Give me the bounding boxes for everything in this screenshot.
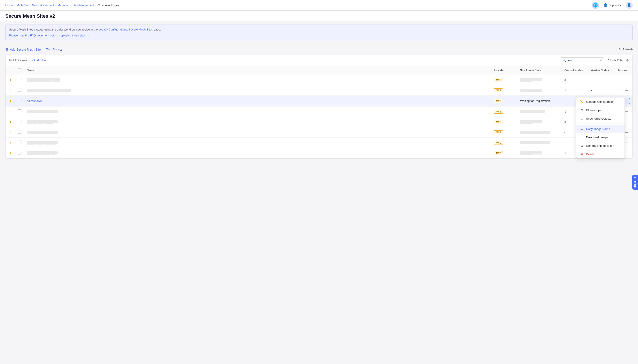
- copy-icon: ⊙: [580, 108, 584, 112]
- table-row: ████ ████ ████ █AWSWaiting for Registrat…: [6, 138, 632, 148]
- breadcrumb: Home › Multi-Cloud Network Connect › Man…: [5, 4, 119, 7]
- support-chevron-icon: ▾: [620, 4, 621, 7]
- support-button[interactable]: 👤 Support ▾: [603, 3, 621, 7]
- plus-icon: ⊕: [5, 47, 8, 52]
- table-header: Name Provider Site Admin State Control N…: [6, 66, 632, 75]
- table-row: █████ ███ ████AWS██████31···: [6, 117, 632, 127]
- control-nodes-cell: 3: [562, 75, 588, 85]
- row-checkbox[interactable]: [18, 99, 22, 102]
- breadcrumb-manage[interactable]: Manage: [58, 4, 68, 7]
- expand-icon[interactable]: [8, 140, 12, 145]
- user-avatar[interactable]: 👤: [626, 2, 633, 9]
- menu-item-label: Manage Configuration: [586, 100, 614, 104]
- pencil-icon: ✏️: [580, 100, 584, 104]
- state-cell: ██████: [520, 78, 542, 81]
- menu-item-label: Delete: [586, 152, 594, 156]
- expand-icon[interactable]: [8, 99, 12, 103]
- name-cell: ███ ████ ████ ██ ███████: [27, 88, 71, 92]
- hide-filter-button[interactable]: ⌃ Hide Filter: [607, 58, 624, 62]
- context-menu-item-clone-object[interactable]: ⊙ Clone Object: [576, 106, 624, 114]
- add-filter-button[interactable]: ⊍ Add Filter: [31, 58, 46, 62]
- add-secure-mesh-site-button[interactable]: ⊕ Add Secure Mesh Site: [5, 47, 41, 52]
- col-header-actions: Actions: [615, 66, 632, 75]
- row-checkbox[interactable]: [18, 151, 22, 154]
- expand-icon[interactable]: [8, 151, 12, 155]
- tech-docs-ext-icon: ↗: [60, 48, 62, 51]
- col-header-check: [15, 66, 24, 75]
- breadcrumb-site-management[interactable]: Site Management: [72, 4, 94, 7]
- expand-icon[interactable]: [8, 88, 12, 92]
- provider-badge: AWS: [494, 130, 503, 134]
- expand-icon[interactable]: [8, 78, 12, 82]
- info-banner: Secure Mesh Sites created using the olde…: [5, 24, 633, 41]
- state-cell: Waiting for Registration: [520, 130, 550, 134]
- page-title: Secure Mesh Sites v2: [5, 13, 633, 21]
- provider-badge: AWS: [494, 78, 503, 82]
- data-table: Name Provider Site Admin State Control N…: [6, 66, 632, 158]
- trash-icon: 🗑: [580, 152, 584, 156]
- state-cell: Waiting for Registration: [520, 141, 550, 144]
- breadcrumb-current: Customer Edges: [98, 4, 119, 7]
- breadcrumb-multicloud[interactable]: Multi-Cloud Network Connect: [16, 4, 54, 7]
- worker-nodes-cell: -: [588, 75, 615, 85]
- settings-icon[interactable]: ⚙: [626, 58, 629, 62]
- expand-icon[interactable]: [8, 130, 12, 134]
- table-row: ██████ ████ ██AWS████████████1-···: [6, 106, 632, 117]
- col-header-worker: Worker Nodes: [588, 66, 615, 75]
- context-menu-item-download-image[interactable]: ⬇ Download Image: [576, 133, 624, 142]
- context-menu-item-show-children[interactable]: ℹ Show Child Objects: [576, 114, 624, 123]
- actions-dots-button[interactable]: ···: [624, 88, 630, 93]
- legacy-configs-link[interactable]: Legacy Configurations: Secure Mesh Sites: [98, 28, 153, 31]
- context-menu-item-generate-token[interactable]: ⊕ Generate Node Token: [576, 142, 624, 150]
- menu-item-label: Show Child Objects: [586, 117, 611, 120]
- tech-docs-label: Tech Docs: [46, 48, 60, 51]
- table-row: ████████████ ████AWS██████3-···: [6, 75, 632, 85]
- search-clear-button[interactable]: ✕: [600, 59, 602, 62]
- row-checkbox[interactable]: [18, 78, 22, 81]
- row-checkbox[interactable]: [18, 120, 22, 123]
- filter-icon: ⊍: [31, 58, 33, 62]
- info-icon: ℹ: [580, 116, 584, 120]
- state-cell: ██████: [520, 152, 542, 154]
- expand-icon[interactable]: [8, 110, 12, 114]
- row-checkbox[interactable]: [18, 140, 22, 144]
- search-input[interactable]: [568, 58, 598, 62]
- select-all-checkbox[interactable]: [18, 68, 22, 72]
- actions-dots-button[interactable]: ···: [624, 77, 630, 83]
- top-nav: Home › Multi-Cloud Network Connect › Man…: [0, 0, 638, 10]
- provider-badge: AWS: [494, 120, 503, 124]
- faq-link[interactable]: Please read the FAQ document before depl…: [9, 34, 86, 37]
- name-cell: ██████ ████ ██: [27, 110, 58, 113]
- banner-line1: Secure Mesh Sites created using the olde…: [9, 28, 629, 32]
- expand-icon[interactable]: [8, 120, 12, 124]
- context-menu-item-delete[interactable]: 🗑 Delete: [576, 150, 624, 158]
- external-link-icon: ↗: [87, 34, 89, 37]
- context-menu-item-copy-image-name[interactable]: 🖼 Copy Image Name: [576, 125, 624, 133]
- context-menu-item-manage-config[interactable]: ✏️ Manage Configuration: [576, 98, 624, 106]
- refresh-button[interactable]: ↻ Refresh: [619, 48, 633, 51]
- tech-docs-link[interactable]: Tech Docs ↗: [46, 48, 62, 51]
- table-row: pd-test-awsAWSWaiting for Registration--…: [6, 96, 632, 106]
- breadcrumb-home[interactable]: Home: [5, 4, 13, 7]
- col-header-provider: Provider: [491, 66, 518, 75]
- items-count: 8 of 112 items: [9, 58, 27, 62]
- provider-badge: AWS: [494, 110, 503, 114]
- name-cell: █████ ███ ████: [27, 120, 58, 123]
- row-checkbox[interactable]: [18, 110, 22, 113]
- name-link[interactable]: pd-test-aws: [27, 99, 42, 102]
- row-checkbox[interactable]: [18, 130, 22, 134]
- state-cell: ████████████: [520, 110, 545, 113]
- menu-item-label: Generate Node Token: [586, 144, 614, 148]
- cloud-icon: 🌐: [592, 2, 599, 9]
- provider-badge: AWS: [494, 151, 503, 155]
- search-box: 🔍 ✕: [560, 58, 604, 63]
- col-header-state: Site Admin State: [518, 66, 562, 75]
- support-icon: 👤: [603, 3, 608, 7]
- row-checkbox[interactable]: [18, 88, 22, 92]
- search-icon: 🔍: [562, 58, 566, 62]
- menu-item-label: Clone Object: [586, 108, 603, 112]
- context-menu: ✏️ Manage Configuration⊙ Clone Objectℹ S…: [576, 97, 625, 158]
- control-nodes-cell: 1: [562, 85, 588, 96]
- col-header-name: Name: [24, 66, 491, 75]
- refresh-icon: ↻: [619, 48, 621, 51]
